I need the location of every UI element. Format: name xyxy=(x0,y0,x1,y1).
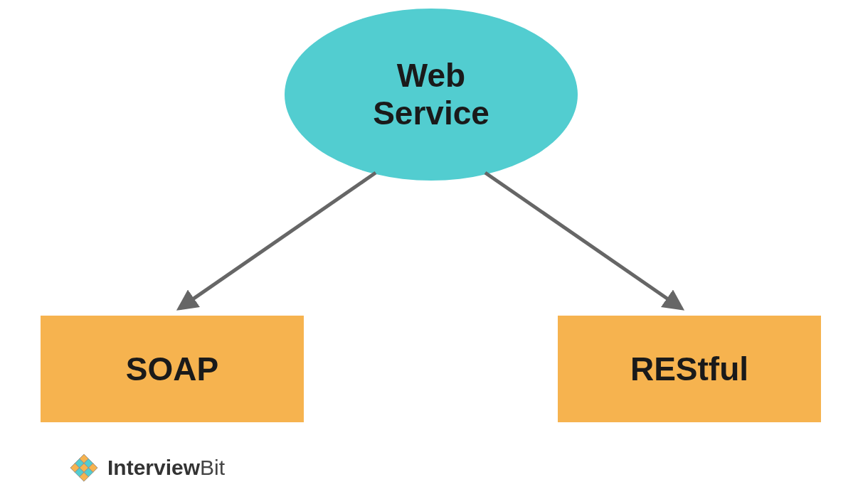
child-label-soap: SOAP xyxy=(126,350,218,388)
root-label-line1: Web xyxy=(397,57,465,94)
root-node-ellipse: Web Service xyxy=(285,9,578,181)
root-node-label: Web Service xyxy=(373,57,489,132)
root-label-line2: Service xyxy=(373,95,489,132)
brand-name-part2: Bit xyxy=(200,456,225,479)
arrow-left xyxy=(179,173,376,309)
child-node-restful: REStful xyxy=(558,316,821,422)
logo-icon xyxy=(68,451,100,484)
brand-name-part1: Interview xyxy=(107,456,200,479)
arrow-right xyxy=(485,173,682,309)
child-label-restful: REStful xyxy=(630,350,748,388)
child-node-soap: SOAP xyxy=(41,316,304,422)
brand-logo: InterviewBit xyxy=(68,451,225,484)
brand-name: InterviewBit xyxy=(107,456,225,480)
